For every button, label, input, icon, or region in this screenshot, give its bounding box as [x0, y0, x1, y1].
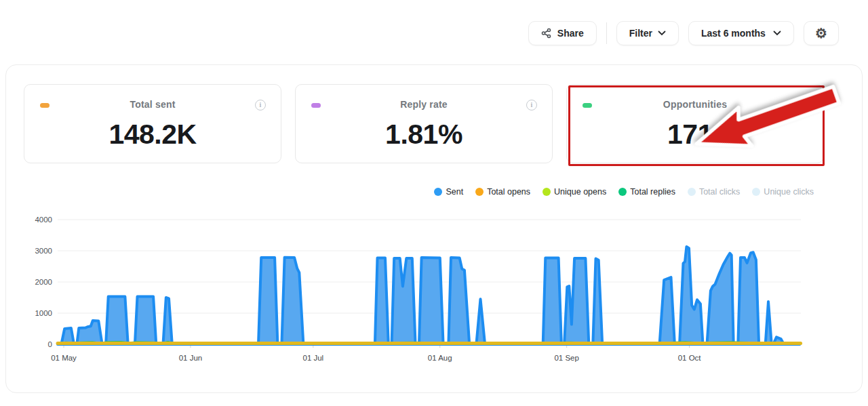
card-title: Total sent	[130, 99, 175, 110]
stat-card-reply-rate: Reply rate 1.81%	[295, 84, 553, 163]
x-axis-label: 01 May	[51, 354, 77, 362]
orange-pill-icon	[40, 103, 50, 108]
filter-dropdown[interactable]: Filter	[616, 21, 679, 45]
stat-card-opportunities: Opportunities 171	[566, 84, 824, 163]
legend-item-total-clicks[interactable]: Total clicks	[688, 187, 740, 197]
date-range-dropdown[interactable]: Last 6 months	[688, 21, 794, 45]
stat-card-total-sent: Total sent 148.2K	[24, 84, 281, 163]
share-icon	[541, 28, 552, 39]
email-activity-area-chart[interactable]: 0100020003000400001 May01 Jun01 Jul01 Au…	[0, 201, 841, 377]
series-sent-area	[58, 247, 800, 344]
legend-dot-total-opens	[475, 188, 484, 196]
legend-dot-total-clicks	[688, 188, 696, 196]
toolbar: Share Filter Last 6 months ⚙	[528, 21, 839, 45]
y-axis-label: 4000	[35, 216, 52, 224]
y-axis-label: 2000	[35, 278, 52, 286]
card-title: Opportunities	[663, 99, 727, 110]
legend-label: Unique clicks	[764, 187, 814, 197]
x-axis-label: 01 Aug	[428, 354, 452, 362]
legend-label: Total opens	[487, 187, 530, 197]
legend-item-sent[interactable]: Sent	[434, 187, 463, 197]
info-icon[interactable]	[255, 100, 266, 110]
legend-label: Total replies	[630, 187, 675, 197]
legend-item-unique-clicks[interactable]: Unique clicks	[752, 187, 814, 197]
settings-button[interactable]: ⚙	[804, 21, 839, 45]
filter-dropdown-label: Filter	[629, 28, 652, 39]
legend-item-unique-opens[interactable]: Unique opens	[542, 187, 606, 197]
value-cursor-bar	[721, 124, 723, 145]
chevron-down-icon	[773, 31, 781, 36]
chart-legend: SentTotal opensUnique opensTotal replies…	[434, 187, 814, 197]
gear-icon: ⚙	[815, 25, 827, 41]
y-axis-label: 1000	[35, 309, 52, 317]
y-axis-label: 3000	[35, 247, 52, 255]
x-axis-label: 01 Jul	[302, 354, 323, 362]
y-axis-label: 0	[48, 340, 52, 348]
x-axis-label: 01 Jun	[179, 354, 203, 362]
x-axis-label: 01 Oct	[678, 354, 702, 362]
legend-item-total-replies[interactable]: Total replies	[618, 187, 675, 197]
legend-label: Total clicks	[699, 187, 740, 197]
purple-pill-icon	[311, 103, 321, 108]
card-title: Reply rate	[400, 99, 448, 110]
legend-dot-unique-clicks	[752, 188, 760, 196]
legend-label: Unique opens	[554, 187, 606, 197]
toolbar-divider	[606, 22, 607, 44]
info-icon[interactable]	[526, 100, 537, 110]
share-button-label: Share	[557, 28, 584, 39]
share-button[interactable]: Share	[528, 21, 597, 45]
legend-item-total-opens[interactable]: Total opens	[475, 187, 530, 197]
card-value: 148.2K	[108, 119, 196, 150]
date-range-label: Last 6 months	[701, 28, 766, 39]
legend-dot-total-replies	[618, 188, 627, 196]
card-value: 171	[667, 119, 713, 150]
card-value: 1.81%	[385, 119, 462, 150]
chevron-down-icon	[658, 31, 666, 36]
legend-dot-sent	[434, 188, 442, 196]
x-axis-label: 01 Sep	[554, 354, 578, 362]
legend-dot-unique-opens	[542, 188, 551, 196]
legend-label: Sent	[446, 187, 463, 197]
green-pill-icon	[583, 103, 592, 108]
